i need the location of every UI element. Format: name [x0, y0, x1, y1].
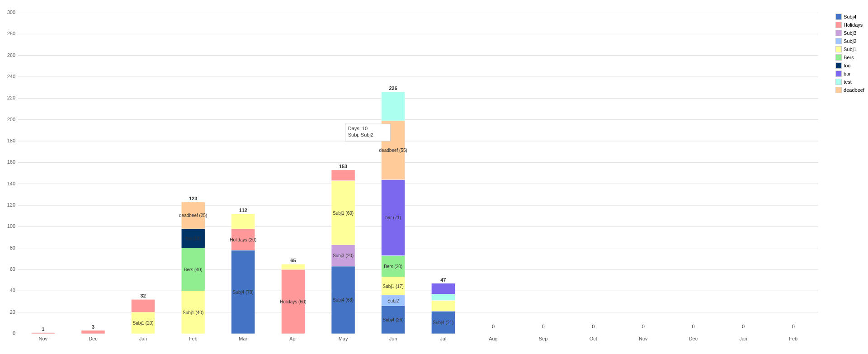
- y-axis-label: 280: [7, 31, 15, 36]
- x-axis-label: Feb: [768, 336, 818, 341]
- svg-text:3: 3: [92, 324, 94, 330]
- x-axis-label: Dec: [668, 336, 718, 341]
- chart-plot-area: 1332Subj1 (20)123Subj1 (40)Bers (40)foo …: [18, 13, 818, 334]
- y-axis-label: 20: [10, 309, 15, 315]
- y-axis-label: 140: [7, 181, 15, 186]
- svg-text:123: 123: [189, 196, 197, 201]
- legend-label: foo: [844, 63, 850, 68]
- y-axis-label: 40: [10, 288, 15, 293]
- x-axis-label: Jan: [118, 336, 168, 341]
- legend-item: Holidays: [835, 22, 864, 28]
- svg-text:bar (71): bar (71): [385, 215, 401, 220]
- svg-text:Subj4 (26): Subj4 (26): [383, 317, 404, 322]
- y-axis-label: 220: [7, 95, 15, 100]
- x-axis-label: Jan: [718, 336, 769, 341]
- legend-swatch: [835, 38, 842, 44]
- y-axis-label: 300: [7, 9, 15, 15]
- svg-text:Bers (40): Bers (40): [184, 267, 203, 272]
- y-axis: 3002802602402202001801601401201008060402…: [0, 13, 17, 334]
- svg-text:Holidays (20): Holidays (20): [230, 237, 256, 242]
- x-axis-label: Aug: [468, 336, 519, 341]
- x-axis: NovDecJanFebMarAprMayJunJulAugSepOctNovD…: [18, 336, 818, 341]
- legend-item: Subj2: [835, 38, 864, 44]
- y-axis-label: 100: [7, 223, 15, 229]
- legend-item: Subj1: [835, 46, 864, 52]
- legend-swatch: [835, 62, 842, 69]
- svg-text:Subj1 (17): Subj1 (17): [383, 284, 404, 289]
- svg-text:Holidays (60): Holidays (60): [280, 299, 307, 304]
- svg-rect-49: [331, 170, 355, 181]
- legend-label: bar: [844, 71, 851, 76]
- svg-text:0: 0: [792, 324, 795, 329]
- legend-item: bar: [835, 71, 864, 77]
- svg-rect-37: [231, 214, 255, 229]
- svg-text:Subj3 (20): Subj3 (20): [333, 253, 354, 258]
- svg-text:Days: 10: Days: 10: [348, 126, 368, 131]
- y-axis-label: 200: [7, 117, 15, 122]
- legend-swatch: [835, 30, 842, 36]
- svg-text:Subj2: Subj2: [387, 298, 399, 303]
- chart-container: 1332Subj1 (20)123Subj1 (40)Bers (40)foo …: [0, 0, 868, 354]
- svg-text:0: 0: [592, 324, 594, 329]
- svg-text:Subj1 (20): Subj1 (20): [132, 321, 153, 326]
- svg-text:deadbeef (55): deadbeef (55): [379, 148, 407, 153]
- svg-text:32: 32: [140, 293, 146, 298]
- svg-rect-22: [132, 299, 155, 312]
- x-axis-label: Apr: [268, 336, 318, 341]
- legend-swatch: [835, 87, 842, 93]
- legend-item: Subj3: [835, 30, 864, 36]
- svg-text:deadbeef (25): deadbeef (25): [179, 213, 207, 218]
- svg-text:foo (18): foo (18): [185, 236, 201, 241]
- svg-text:1: 1: [42, 326, 44, 332]
- legend-label: Subj1: [844, 47, 856, 52]
- svg-text:Subj1 (60): Subj1 (60): [333, 211, 354, 216]
- x-axis-label: Oct: [568, 336, 618, 341]
- x-axis-label: Nov: [618, 336, 669, 341]
- legend-swatch: [835, 54, 842, 61]
- x-axis-label: Nov: [18, 336, 68, 341]
- chart-title: [0, 0, 868, 5]
- svg-text:47: 47: [440, 277, 446, 283]
- svg-text:Subj4 (78): Subj4 (78): [233, 290, 254, 295]
- legend-item: Subj4: [835, 14, 864, 20]
- svg-rect-16: [31, 333, 55, 334]
- svg-text:0: 0: [542, 324, 545, 329]
- svg-text:Subj:  Subj2: Subj: Subj2: [348, 132, 373, 137]
- svg-text:Subj4 (21): Subj4 (21): [433, 320, 453, 325]
- legend-swatch: [835, 71, 842, 77]
- chart-legend: Subj4HolidaysSubj3Subj2Subj1Bersfoobarte…: [835, 14, 864, 93]
- svg-text:226: 226: [389, 85, 397, 91]
- y-axis-label: 240: [7, 74, 15, 79]
- x-axis-label: Jul: [418, 336, 468, 341]
- y-axis-label: 80: [10, 245, 15, 250]
- legend-label: Subj4: [844, 14, 856, 19]
- legend-swatch: [835, 22, 842, 28]
- x-axis-label: Dec: [68, 336, 118, 341]
- svg-rect-67: [431, 301, 455, 312]
- y-axis-label: 180: [7, 138, 15, 143]
- svg-text:Subj1 (40): Subj1 (40): [183, 310, 203, 315]
- svg-text:0: 0: [692, 324, 694, 329]
- legend-swatch: [835, 79, 842, 85]
- svg-text:Bers (20): Bers (20): [384, 264, 402, 269]
- x-axis-label: Feb: [168, 336, 218, 341]
- y-axis-label: 120: [7, 202, 15, 208]
- svg-text:112: 112: [239, 208, 247, 213]
- legend-item: test: [835, 79, 864, 85]
- y-axis-label: 260: [7, 52, 15, 58]
- svg-text:65: 65: [290, 258, 296, 263]
- legend-label: Bers: [844, 55, 854, 60]
- legend-item: Bers: [835, 54, 864, 61]
- svg-rect-18: [81, 330, 105, 334]
- svg-rect-69: [431, 283, 455, 294]
- legend-swatch: [835, 14, 842, 20]
- y-axis-label: 60: [10, 266, 15, 272]
- svg-text:0: 0: [642, 324, 645, 329]
- legend-swatch: [835, 46, 842, 52]
- svg-text:0: 0: [492, 324, 495, 329]
- legend-label: deadbeef: [844, 87, 864, 93]
- legend-item: foo: [835, 62, 864, 69]
- x-axis-label: Mar: [218, 336, 269, 341]
- legend-label: Subj3: [844, 30, 856, 36]
- x-axis-label: May: [318, 336, 368, 341]
